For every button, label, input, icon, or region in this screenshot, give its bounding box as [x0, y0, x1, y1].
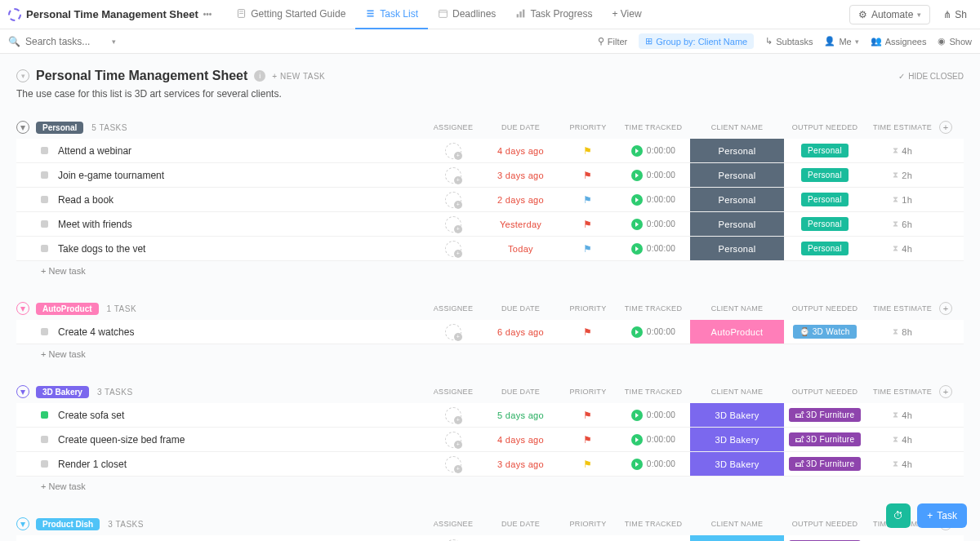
- estimate-cell[interactable]: ⧗4h: [866, 452, 939, 476]
- new-task-link[interactable]: + New task: [16, 477, 964, 496]
- share-button[interactable]: ⋔ Sh: [938, 6, 972, 24]
- task-name[interactable]: Take dogs to the vet: [58, 243, 425, 255]
- time-tracked-cell[interactable]: 0:00:00: [617, 403, 690, 427]
- collapse-icon[interactable]: ▾: [16, 69, 29, 82]
- status-square[interactable]: [41, 171, 48, 179]
- assignee-avatar[interactable]: +: [445, 407, 461, 423]
- assignees-button[interactable]: 👥Assignees: [871, 36, 927, 47]
- col-header-priority[interactable]: PRIORITY: [559, 520, 617, 528]
- task-row[interactable]: Render 1 closet + 3 days ago ⚑ 0:00:00 3…: [16, 452, 964, 477]
- flag-icon[interactable]: ⚑: [583, 434, 592, 446]
- col-header-output[interactable]: OUTPUT NEEDED: [784, 388, 866, 396]
- task-name[interactable]: Create 4 watches: [58, 326, 425, 338]
- estimate-cell[interactable]: ⧗10h: [866, 535, 939, 541]
- add-view[interactable]: + View: [602, 0, 651, 29]
- task-name[interactable]: Join e-game tournament: [58, 170, 425, 181]
- col-header-due[interactable]: DUE DATE: [482, 123, 559, 131]
- status-square[interactable]: [41, 460, 48, 468]
- task-name[interactable]: Render 1 closet: [58, 459, 425, 470]
- due-date-cell[interactable]: Yesterday: [482, 212, 559, 236]
- col-header-time[interactable]: TIME TRACKED: [617, 123, 690, 131]
- col-header-time[interactable]: TIME TRACKED: [617, 520, 690, 528]
- new-task-fab[interactable]: +Task: [917, 503, 967, 528]
- assignee-cell[interactable]: +: [425, 212, 482, 236]
- client-cell[interactable]: Personal: [690, 139, 784, 162]
- task-name[interactable]: Attend a webinar: [58, 145, 425, 157]
- play-icon[interactable]: [631, 434, 643, 446]
- assignee-avatar[interactable]: +: [445, 456, 461, 472]
- priority-cell[interactable]: ⚑: [559, 452, 617, 476]
- assignee-cell[interactable]: +: [425, 428, 482, 451]
- task-row[interactable]: Create 4 watches + 6 days ago ⚑ 0:00:00 …: [16, 320, 964, 344]
- play-icon[interactable]: [631, 145, 643, 157]
- play-icon[interactable]: [631, 194, 643, 206]
- play-icon[interactable]: [631, 459, 643, 470]
- due-date-cell[interactable]: 4 days ago: [482, 139, 559, 162]
- status-square[interactable]: [41, 196, 48, 203]
- hide-closed-button[interactable]: ✓ HIDE CLOSED: [898, 72, 964, 81]
- assignee-cell[interactable]: +: [425, 320, 482, 344]
- status-square[interactable]: [41, 220, 48, 228]
- assignee-avatar[interactable]: +: [445, 192, 461, 208]
- due-date-cell[interactable]: 2 days ago: [482, 188, 559, 211]
- priority-cell[interactable]: [559, 535, 617, 541]
- add-column-button[interactable]: +: [939, 121, 964, 134]
- flag-icon[interactable]: ⚑: [583, 194, 592, 206]
- estimate-cell[interactable]: ⧗4h: [866, 403, 939, 427]
- output-cell[interactable]: Personal: [784, 139, 866, 162]
- group-toggle[interactable]: ▾: [16, 302, 29, 315]
- add-column-button[interactable]: +: [939, 385, 964, 398]
- col-header-time[interactable]: TIME TRACKED: [617, 304, 690, 313]
- time-tracked-cell[interactable]: 0:00:00: [617, 237, 690, 260]
- assignee-avatar[interactable]: +: [445, 167, 461, 184]
- col-header-client[interactable]: CLIENT NAME: [690, 520, 784, 528]
- play-icon[interactable]: [631, 326, 643, 338]
- client-cell[interactable]: Personal: [690, 212, 784, 236]
- task-row[interactable]: Join e-game tournament + 3 days ago ⚑ 0:…: [16, 163, 964, 188]
- flag-icon[interactable]: ⚑: [583, 243, 592, 255]
- assignee-cell[interactable]: +: [425, 535, 482, 541]
- output-cell[interactable]: Personal: [784, 237, 866, 260]
- col-header-priority[interactable]: PRIORITY: [559, 123, 617, 131]
- flag-icon[interactable]: ⚑: [583, 459, 592, 470]
- col-header-assignee[interactable]: ASSIGNEE: [425, 388, 482, 396]
- workspace-title[interactable]: Personal Time Management Sheet •••: [8, 8, 212, 21]
- assignee-cell[interactable]: +: [425, 403, 482, 427]
- col-header-estimate[interactable]: TIME ESTIMATE: [866, 123, 939, 131]
- assignee-avatar[interactable]: +: [445, 324, 461, 340]
- group-toggle[interactable]: ▾: [16, 121, 29, 134]
- client-cell[interactable]: Personal: [690, 188, 784, 211]
- output-cell[interactable]: Personal: [784, 212, 866, 236]
- col-header-client[interactable]: CLIENT NAME: [690, 388, 784, 396]
- tab-getting-started[interactable]: Getting Started Guide: [226, 0, 355, 29]
- search-input[interactable]: [25, 36, 107, 47]
- due-date-cell[interactable]: 3 days ago: [482, 163, 559, 187]
- group-by-button[interactable]: ⊞Group by: Client Name: [639, 33, 754, 49]
- priority-cell[interactable]: ⚑: [559, 212, 617, 236]
- priority-cell[interactable]: ⚑: [559, 188, 617, 211]
- filter-button[interactable]: ⚲Filter: [598, 36, 627, 47]
- task-name[interactable]: Create sofa set: [58, 410, 425, 421]
- col-header-output[interactable]: OUTPUT NEEDED: [784, 304, 866, 313]
- chevron-down-icon[interactable]: ▾: [112, 38, 116, 46]
- col-header-assignee[interactable]: ASSIGNEE: [425, 304, 482, 313]
- info-icon[interactable]: i: [254, 70, 265, 82]
- estimate-cell[interactable]: ⧗8h: [866, 320, 939, 344]
- estimate-cell[interactable]: ⧗4h: [866, 139, 939, 162]
- output-cell[interactable]: Personal: [784, 163, 866, 187]
- assignee-cell[interactable]: +: [425, 188, 482, 211]
- show-button[interactable]: ◉Show: [938, 36, 972, 47]
- tab-deadlines[interactable]: Deadlines: [428, 0, 506, 29]
- play-icon[interactable]: [631, 219, 643, 230]
- task-name[interactable]: Read a book: [58, 194, 425, 206]
- output-cell[interactable]: Personal: [784, 188, 866, 211]
- flag-icon[interactable]: ⚑: [583, 170, 592, 181]
- me-button[interactable]: 👤Me▾: [824, 36, 858, 47]
- group-pill[interactable]: Product Dish: [36, 518, 100, 530]
- flag-icon[interactable]: ⚑: [583, 145, 592, 157]
- tab-task-progress[interactable]: Task Progress: [506, 0, 602, 29]
- task-row[interactable]: Read a book + 2 days ago ⚑ 0:00:00 Perso…: [16, 188, 964, 212]
- group-pill[interactable]: AutoProduct: [36, 303, 99, 315]
- new-task-header[interactable]: + NEW TASK: [272, 72, 325, 81]
- col-header-client[interactable]: CLIENT NAME: [690, 123, 784, 131]
